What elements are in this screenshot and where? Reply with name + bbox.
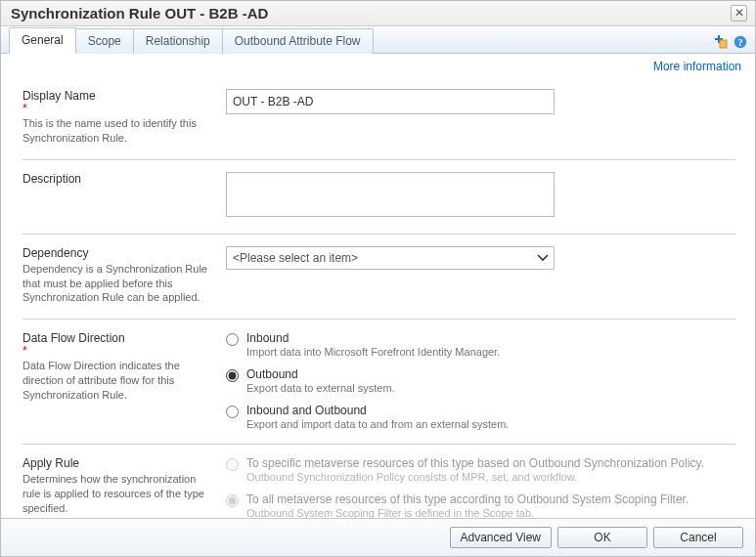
more-info-row: More information [1,54,755,73]
section-description: Description [22,160,735,235]
radio-both-title: Inbound and Outbound [246,404,509,417]
radio-outbound-input[interactable] [226,369,239,382]
tabs: General Scope Relationship Outbound Attr… [9,26,373,53]
data-flow-label: Data Flow Direction [22,331,208,345]
radio-apply-filter-input [226,494,239,507]
section-apply-rule: Apply Rule Determines how the synchroniz… [22,445,735,518]
dependency-desc: Dependency is a Synchronization Rule tha… [22,262,208,306]
radio-apply-filter-sub: Outbound System Scoping Filter is define… [246,507,689,518]
close-button[interactable]: ✕ [731,5,747,21]
title-bar: Synchronization Rule OUT - B2B -AD ✕ [1,1,755,26]
window-title: Synchronization Rule OUT - B2B -AD [11,5,268,21]
radio-outbound-sub: Export data to external system. [246,382,395,394]
display-name-label: Display Name [22,89,208,103]
svg-rect-2 [720,40,727,48]
ok-button[interactable]: OK [557,527,647,548]
radio-inbound-title: Inbound [246,331,500,345]
radio-apply-policy-title: To specific metaverse resources of this … [246,456,704,470]
tab-general[interactable]: General [9,27,76,54]
radio-apply-filter: To all metaverse resources of this type … [226,493,735,518]
section-dependency: Dependency Dependency is a Synchronizati… [22,235,735,321]
radio-inbound-sub: Import data into Microsoft Forefront Ide… [246,346,500,358]
tabstrip-actions: ? [712,35,747,53]
required-star-icon: * [22,347,208,355]
radio-both[interactable]: Inbound and Outbound Export and import d… [226,404,735,430]
section-data-flow: Data Flow Direction * Data Flow Directio… [22,320,735,445]
radio-apply-filter-title: To all metaverse resources of this type … [246,493,689,506]
tab-relationship[interactable]: Relationship [133,28,223,54]
apply-rule-radio-group: To specific metaverse resources of this … [226,456,735,518]
display-name-desc: This is the name used to identify this S… [22,116,208,146]
help-icon[interactable]: ? [734,35,747,49]
radio-apply-policy: To specific metaverse resources of this … [226,456,735,483]
close-icon: ✕ [734,6,744,20]
data-flow-desc: Data Flow Direction indicates the direct… [22,359,208,403]
tab-strip: General Scope Relationship Outbound Attr… [1,26,755,54]
apply-rule-desc: Determines how the synchronization rule … [22,472,208,516]
data-flow-radio-group: Inbound Import data into Microsoft Foref… [226,331,735,430]
dialog-footer: Advanced View OK Cancel [1,518,755,556]
add-icon[interactable] [712,35,728,49]
dependency-select[interactable]: <Please select an item> [226,246,555,270]
radio-both-input[interactable] [226,406,239,418]
radio-outbound[interactable]: Outbound Export data to external system. [226,367,735,394]
cancel-button[interactable]: Cancel [653,527,743,548]
tab-scope[interactable]: Scope [75,28,134,54]
display-name-input[interactable] [226,89,555,114]
svg-text:?: ? [738,37,743,48]
radio-both-sub: Export and import data to and from an ex… [246,418,509,430]
dialog-window: Synchronization Rule OUT - B2B -AD ✕ Gen… [0,0,756,557]
description-input[interactable] [226,172,555,217]
tab-outbound-attribute-flow[interactable]: Outbound Attribute Flow [222,28,374,54]
radio-outbound-title: Outbound [246,367,395,381]
radio-inbound[interactable]: Inbound Import data into Microsoft Foref… [226,331,735,358]
advanced-view-button[interactable]: Advanced View [450,527,553,548]
required-star-icon: * [22,105,208,112]
content-area: Display Name * This is the name used to … [1,73,755,518]
radio-apply-policy-sub: Outbound Synchronization Policy consists… [246,471,704,483]
apply-rule-label: Apply Rule [22,456,208,470]
radio-inbound-input[interactable] [226,333,239,346]
more-information-link[interactable]: More information [653,60,741,73]
description-label: Description [22,172,208,186]
radio-apply-policy-input [226,458,239,471]
section-display-name: Display Name * This is the name used to … [22,77,735,160]
dependency-label: Dependency [22,246,208,260]
